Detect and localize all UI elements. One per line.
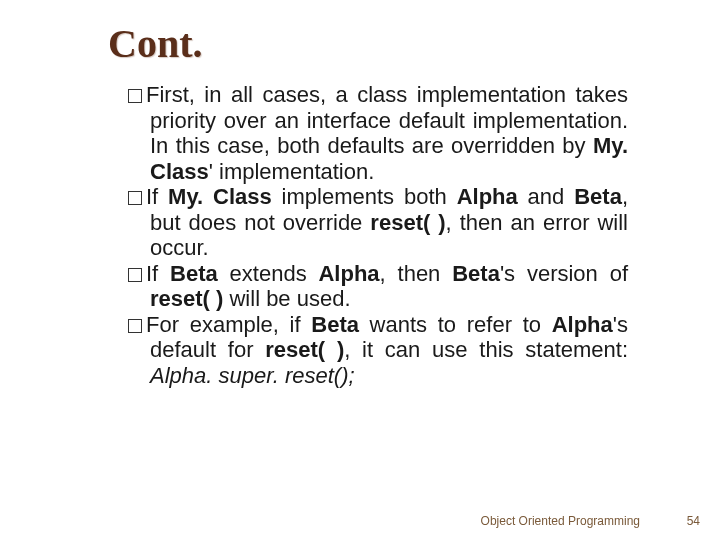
bullet-item: If Beta extends Alpha, then Beta's versi…: [128, 261, 628, 312]
content-block: First, in all cases, a class implementat…: [128, 82, 628, 388]
bullet-item: If My. Class implements both Alpha and B…: [128, 184, 628, 261]
text: 's version of: [500, 261, 628, 286]
italic-text: Alpha. super. reset();: [150, 363, 355, 388]
bold-text: Beta: [170, 261, 218, 286]
bullet-item: For example, if Beta wants to refer to A…: [128, 312, 628, 389]
square-bullet-icon: [128, 319, 142, 333]
slide-title: Cont.: [108, 20, 202, 67]
text: For example, if: [146, 312, 311, 337]
text: First, in all cases, a class implementat…: [146, 82, 628, 158]
bold-text: reset( ): [150, 286, 223, 311]
text: implements both: [272, 184, 457, 209]
square-bullet-icon: [128, 191, 142, 205]
bold-text: Alpha: [552, 312, 613, 337]
text: , then: [380, 261, 453, 286]
text: will be used.: [223, 286, 350, 311]
text: , it can use this statement:: [344, 337, 628, 362]
bold-text: Beta: [311, 312, 359, 337]
page-number: 54: [687, 514, 700, 528]
bold-text: Beta: [452, 261, 500, 286]
bold-text: Alpha: [318, 261, 379, 286]
text: If: [146, 261, 170, 286]
square-bullet-icon: [128, 89, 142, 103]
slide: Cont. First, in all cases, a class imple…: [0, 0, 720, 540]
text: If: [146, 184, 168, 209]
bullet-item: First, in all cases, a class implementat…: [128, 82, 628, 184]
square-bullet-icon: [128, 268, 142, 282]
text: wants to refer to: [359, 312, 552, 337]
text: ' implementation.: [209, 159, 375, 184]
bold-text: Alpha: [457, 184, 518, 209]
bold-text: reset( ): [265, 337, 344, 362]
text: and: [518, 184, 574, 209]
bold-text: My. Class: [168, 184, 272, 209]
bold-text: Beta: [574, 184, 622, 209]
text: extends: [218, 261, 319, 286]
footer-label: Object Oriented Programming: [481, 514, 640, 528]
bold-text: reset( ): [370, 210, 445, 235]
